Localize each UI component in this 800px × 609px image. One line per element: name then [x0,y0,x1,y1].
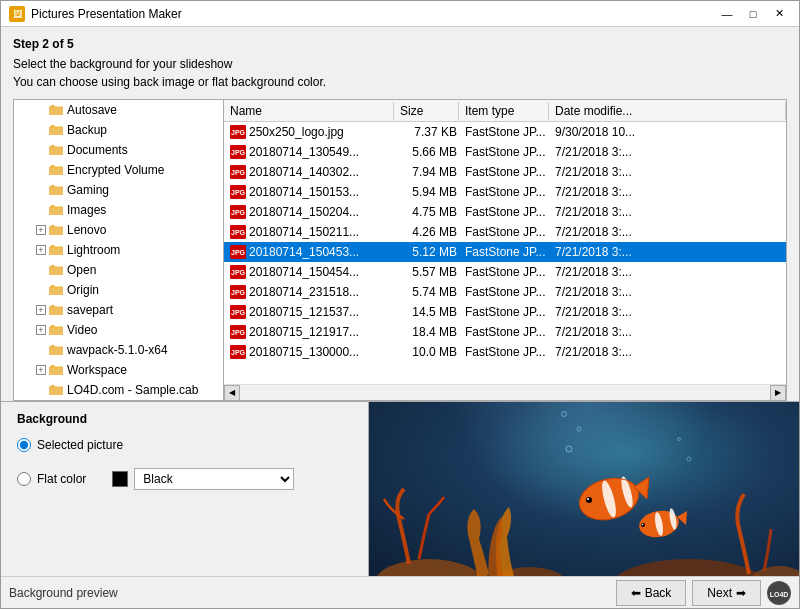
file-cell-date: 7/21/2018 3:... [551,145,784,159]
jpg-icon: JPG [230,205,246,219]
col-header-size[interactable]: Size [394,102,459,120]
tree-item-label: savepart [67,303,113,317]
tree-expander[interactable]: + [34,363,48,377]
tree-item[interactable]: Backup [14,120,223,140]
tree-expander[interactable] [34,123,48,137]
file-row[interactable]: JPG20180714_150454...5.57 MBFastStone JP… [224,262,786,282]
step-label: Step 2 of 5 [13,37,787,51]
jpg-icon: JPG [230,325,246,339]
file-cell-date: 7/21/2018 3:... [551,285,784,299]
tree-expander[interactable] [34,383,48,397]
selected-picture-option[interactable]: Selected picture [17,438,352,452]
file-cell-name: JPG250x250_logo.jpg [226,125,396,139]
flat-color-option[interactable]: Flat color Black [17,468,352,490]
tree-item[interactable]: wavpack-5.1.0-x64 [14,340,223,360]
main-area: Autosave Backup Documents Encrypted Volu… [13,99,787,401]
header-section: Step 2 of 5 Select the background for yo… [1,27,799,401]
tree-expander[interactable] [34,203,48,217]
file-cell-type: FastStone JP... [461,185,551,199]
file-row[interactable]: JPG20180715_130000...10.0 MBFastStone JP… [224,342,786,362]
file-row[interactable]: JPG20180714_140302...7.94 MBFastStone JP… [224,162,786,182]
file-cell-size: 18.4 MB [396,325,461,339]
preview-image [369,402,799,576]
file-row[interactable]: JPG20180714_130549...5.66 MBFastStone JP… [224,142,786,162]
jpg-icon: JPG [230,165,246,179]
tree-item[interactable]: Autosave [14,100,223,120]
tree-item[interactable]: + Video [14,320,223,340]
tree-item[interactable]: + savepart [14,300,223,320]
file-cell-type: FastStone JP... [461,245,551,259]
file-cell-name: JPG20180715_130000... [226,345,396,359]
scroll-right-btn[interactable]: ▶ [770,385,786,401]
folder-icon [48,143,64,157]
file-list[interactable]: JPG250x250_logo.jpg7.37 KBFastStone JP..… [224,122,786,384]
tree-item[interactable]: Documents [14,140,223,160]
file-row[interactable]: JPG20180715_121537...14.5 MBFastStone JP… [224,302,786,322]
tree-expander[interactable] [34,283,48,297]
background-panel: Background Selected picture Flat color B… [1,402,369,576]
file-panel: Name Size Item type Date modifie... JPG2… [224,100,786,400]
file-row[interactable]: JPG20180714_150153...5.94 MBFastStone JP… [224,182,786,202]
tree-panel: Autosave Backup Documents Encrypted Volu… [14,100,224,400]
tree-expander[interactable] [34,343,48,357]
tree-expander[interactable]: + [34,243,48,257]
file-cell-type: FastStone JP... [461,205,551,219]
tree-item-label: Images [67,203,106,217]
tree-item[interactable]: Encrypted Volume [14,160,223,180]
instruction-line1: Select the background for your slideshow [13,57,232,71]
back-button[interactable]: ⬅ Back [616,580,687,606]
next-arrow-icon: ➡ [736,586,746,600]
tree-item[interactable]: LO4D.com - Sample.cab [14,380,223,400]
file-cell-date: 7/21/2018 3:... [551,185,784,199]
tree-expander[interactable] [34,103,48,117]
file-cell-date: 9/30/2018 10... [551,125,784,139]
jpg-icon: JPG [230,225,246,239]
file-cell-name: JPG20180714_150153... [226,185,396,199]
file-cell-date: 7/21/2018 3:... [551,165,784,179]
tree-item[interactable]: + Lenovo [14,220,223,240]
tree-item[interactable]: + Workspace [14,360,223,380]
col-header-type[interactable]: Item type [459,102,549,120]
tree-expander[interactable] [34,143,48,157]
minimize-button[interactable]: — [715,4,739,24]
tree-expander[interactable] [34,263,48,277]
folder-icon [48,163,64,177]
file-row[interactable]: JPG250x250_logo.jpg7.37 KBFastStone JP..… [224,122,786,142]
horizontal-scrollbar[interactable]: ◀ ▶ [224,384,786,400]
folder-icon [48,243,64,257]
tree-expander[interactable]: + [34,323,48,337]
tree-expander[interactable] [34,163,48,177]
file-row[interactable]: JPG20180714_150211...4.26 MBFastStone JP… [224,222,786,242]
color-select[interactable]: Black [134,468,294,490]
tree-item-label: wavpack-5.1.0-x64 [67,343,168,357]
tree-item-label: Autosave [67,103,117,117]
file-cell-date: 7/21/2018 3:... [551,325,784,339]
file-cell-date: 7/21/2018 3:... [551,265,784,279]
selected-picture-radio[interactable] [17,438,31,452]
tree-item[interactable]: Origin [14,280,223,300]
tree-expander[interactable] [34,183,48,197]
scroll-left-btn[interactable]: ◀ [224,385,240,401]
file-cell-type: FastStone JP... [461,125,551,139]
jpg-icon: JPG [230,345,246,359]
col-header-date[interactable]: Date modifie... [549,102,786,120]
tree-item[interactable]: Gaming [14,180,223,200]
file-cell-date: 7/21/2018 3:... [551,305,784,319]
file-row[interactable]: JPG20180714_150204...4.75 MBFastStone JP… [224,202,786,222]
col-header-name[interactable]: Name [224,102,394,120]
maximize-button[interactable]: □ [741,4,765,24]
close-button[interactable]: ✕ [767,4,791,24]
tree-scroll[interactable]: Autosave Backup Documents Encrypted Volu… [14,100,223,400]
filename: 20180714_150153... [249,185,359,199]
file-row[interactable]: JPG20180715_121917...18.4 MBFastStone JP… [224,322,786,342]
file-row[interactable]: JPG20180714_231518...5.74 MBFastStone JP… [224,282,786,302]
tree-item[interactable]: + Lightroom [14,240,223,260]
tree-item[interactable]: Images [14,200,223,220]
flat-color-radio[interactable] [17,472,31,486]
tree-expander[interactable]: + [34,303,48,317]
next-button[interactable]: Next ➡ [692,580,761,606]
tree-item[interactable]: Open [14,260,223,280]
filename: 20180714_150454... [249,265,359,279]
file-row[interactable]: JPG20180714_150453...5.12 MBFastStone JP… [224,242,786,262]
tree-expander[interactable]: + [34,223,48,237]
